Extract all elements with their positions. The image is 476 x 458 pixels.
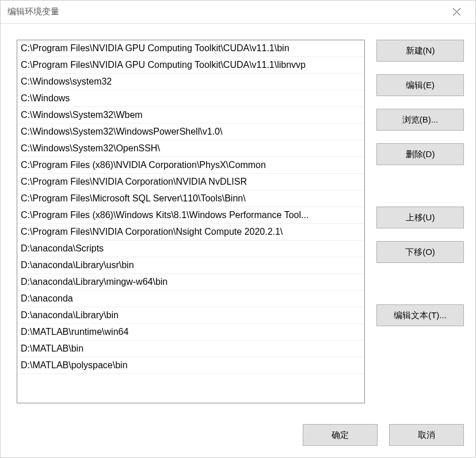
list-item[interactable]: C:\Program Files\Microsoft SQL Server\11… [17, 190, 364, 207]
move-up-button[interactable]: 上移(U) [376, 207, 464, 228]
list-item[interactable]: C:\Windows\System32\Wbem [17, 107, 364, 124]
list-item[interactable]: D:\anaconda\Library\bin [17, 307, 364, 324]
close-button[interactable] [444, 1, 470, 24]
list-item[interactable]: C:\Windows\System32\OpenSSH\ [17, 140, 364, 157]
list-item[interactable]: C:\Program Files\NVIDIA Corporation\NVID… [17, 174, 364, 190]
list-item[interactable]: D:\anaconda [17, 291, 364, 307]
list-item[interactable]: C:\Windows [17, 90, 364, 107]
path-list[interactable]: C:\Program Files\NVIDIA GPU Computing To… [17, 40, 365, 403]
list-item[interactable]: D:\anaconda\Library\usr\bin [17, 257, 364, 274]
list-item[interactable]: C:\Windows\System32\WindowsPowerShell\v1… [17, 124, 364, 140]
browse-button[interactable]: 浏览(B)... [376, 109, 464, 131]
list-item[interactable]: D:\MATLAB\runtime\win64 [17, 324, 364, 341]
edit-text-button[interactable]: 编辑文本(T)... [376, 304, 464, 326]
list-item[interactable]: C:\Program Files\NVIDIA GPU Computing To… [17, 40, 364, 57]
edit-env-var-dialog: 编辑环境变量 C:\Program Files\NVIDIA GPU Compu… [0, 0, 476, 458]
content-area: C:\Program Files\NVIDIA GPU Computing To… [1, 24, 475, 457]
list-item[interactable]: D:\MATLAB\polyspace\bin [17, 357, 364, 374]
new-button[interactable]: 新建(N) [376, 40, 464, 62]
close-icon [453, 8, 460, 16]
move-down-button[interactable]: 下移(O) [376, 241, 464, 263]
list-item[interactable]: D:\anaconda\Scripts [17, 241, 364, 257]
list-item[interactable]: D:\MATLAB\bin [17, 341, 364, 357]
side-buttons: 新建(N) 编辑(E) 浏览(B)... 删除(D) 上移(U) 下移(O) 编… [376, 40, 464, 410]
dialog-title: 编辑环境变量 [7, 6, 444, 17]
edit-button[interactable]: 编辑(E) [376, 74, 464, 96]
main-row: C:\Program Files\NVIDIA GPU Computing To… [17, 40, 464, 410]
list-item[interactable]: C:\Program Files\NVIDIA GPU Computing To… [17, 57, 364, 74]
footer-row: 确定 取消 [17, 410, 464, 446]
list-item[interactable]: C:\Windows\system32 [17, 74, 364, 90]
titlebar: 编辑环境变量 [1, 1, 475, 24]
list-item[interactable]: C:\Program Files\NVIDIA Corporation\Nsig… [17, 224, 364, 241]
cancel-button[interactable]: 取消 [389, 424, 464, 446]
list-item[interactable]: C:\Program Files (x86)\NVIDIA Corporatio… [17, 157, 364, 174]
list-item[interactable]: D:\anaconda\Library\mingw-w64\bin [17, 274, 364, 291]
ok-button[interactable]: 确定 [303, 424, 378, 446]
delete-button[interactable]: 删除(D) [376, 143, 464, 165]
list-item[interactable]: C:\Program Files (x86)\Windows Kits\8.1\… [17, 207, 364, 224]
